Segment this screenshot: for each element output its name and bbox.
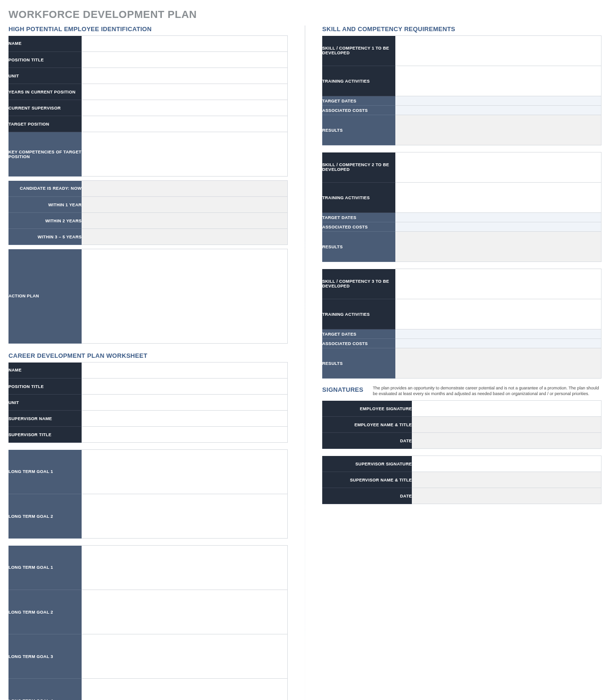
input-key-competencies[interactable] (82, 132, 288, 177)
input-res1[interactable] (395, 115, 602, 145)
input-sup-sig[interactable] (412, 456, 602, 472)
label-years-in-position: YEARS IN CURRENT POSITION (8, 84, 82, 100)
input-ltg-a1[interactable] (82, 450, 288, 494)
label-ltg-b1: LONG TERM GOAL 1 (8, 546, 82, 590)
input-ta3[interactable] (395, 299, 602, 329)
input-ac1[interactable] (395, 106, 602, 115)
input-ltg-a2[interactable] (82, 494, 288, 539)
input-years-in-position[interactable] (82, 84, 288, 100)
label-ready-2y: WITHIN 2 YEARS (8, 213, 82, 229)
label-ltg-b3: LONG TERM GOAL 3 (8, 634, 82, 679)
signatures-heading: SIGNATURES (322, 386, 363, 393)
input-sc2[interactable] (395, 152, 602, 183)
input-emp-name[interactable] (412, 417, 602, 433)
label-sup-date: DATE (322, 488, 412, 504)
label-sc1: SKILL / COMPETENCY 1 TO BE DEVELOPED (322, 36, 395, 66)
input-ltg-b2[interactable] (82, 590, 288, 634)
label-sc2: SKILL / COMPETENCY 2 TO BE DEVELOPED (322, 152, 395, 183)
input-unit[interactable] (82, 68, 288, 84)
input-sup-name[interactable] (412, 472, 602, 488)
input-ltg-b3[interactable] (82, 634, 288, 679)
input-ready-2y[interactable] (82, 213, 288, 229)
label-ta1: TRAINING ACTIVITIES (322, 66, 395, 96)
high-potential-table: NAME POSITION TITLE UNIT YEARS IN CURREN… (8, 35, 288, 177)
label-position-title: POSITION TITLE (8, 52, 82, 68)
label-res2: RESULTS (322, 232, 395, 262)
input-ready-3-5y[interactable] (82, 229, 288, 245)
input-ltg-b1[interactable] (82, 546, 288, 590)
column-divider (305, 25, 305, 700)
right-column: SKILL AND COMPETENCY REQUIREMENTS SKILL … (322, 25, 602, 700)
label-emp-date: DATE (322, 433, 412, 449)
input-cd-unit[interactable] (82, 395, 288, 411)
label-key-competencies: KEY COMPETENCIES OF TARGET POSITION (8, 132, 82, 177)
input-ready-now[interactable] (82, 181, 288, 197)
label-ac1: ASSOCIATED COSTS (322, 106, 395, 115)
input-position-title[interactable] (82, 52, 288, 68)
label-ac3: ASSOCIATED COSTS (322, 339, 395, 348)
input-emp-date[interactable] (412, 433, 602, 449)
input-target-position[interactable] (82, 116, 288, 132)
high-potential-heading: HIGH POTENTIAL EMPLOYEE IDENTIFICATION (8, 25, 288, 33)
label-name: NAME (8, 36, 82, 52)
skill-block-3: SKILL / COMPETENCY 3 TO BE DEVELOPED TRA… (322, 269, 602, 379)
label-current-supervisor: CURRENT SUPERVISOR (8, 100, 82, 116)
label-target-position: TARGET POSITION (8, 116, 82, 132)
input-ltg-b4[interactable] (82, 679, 288, 700)
input-ready-1y[interactable] (82, 197, 288, 213)
input-action-plan[interactable] (82, 249, 288, 344)
label-cd-unit: UNIT (8, 395, 82, 411)
label-sup-name: SUPERVISOR NAME & TITLE (322, 472, 412, 488)
label-ready-1y: WITHIN 1 YEAR (8, 197, 82, 213)
page-title: WORKFORCE DEVELOPMENT PLAN (8, 8, 602, 21)
input-emp-sig[interactable] (412, 401, 602, 417)
label-td2: TARGET DATES (322, 213, 395, 222)
input-cd-supervisor-title[interactable] (82, 427, 288, 443)
input-td2[interactable] (395, 213, 602, 222)
skill-req-heading: SKILL AND COMPETENCY REQUIREMENTS (322, 25, 602, 33)
label-cd-name: NAME (8, 363, 82, 379)
label-ac2: ASSOCIATED COSTS (322, 222, 395, 232)
label-res3: RESULTS (322, 348, 395, 379)
label-emp-sig: EMPLOYEE SIGNATURE (322, 401, 412, 417)
action-plan-table: ACTION PLAN (8, 249, 288, 344)
input-ta2[interactable] (395, 183, 602, 213)
label-td3: TARGET DATES (322, 329, 395, 339)
input-ta1[interactable] (395, 66, 602, 96)
signatures-note: The plan provides an opportunity to demo… (373, 385, 602, 396)
input-cd-supervisor-name[interactable] (82, 411, 288, 427)
input-sc3[interactable] (395, 269, 602, 299)
input-current-supervisor[interactable] (82, 100, 288, 116)
long-term-goals-a: LONG TERM GOAL 1 LONG TERM GOAL 2 (8, 449, 288, 539)
label-ready-3-5y: WITHIN 3 – 5 YEARS (8, 229, 82, 245)
input-res3[interactable] (395, 348, 602, 379)
label-ready-now: CANDIDATE IS READY: NOW (8, 181, 82, 197)
label-sup-sig: SUPERVISOR SIGNATURE (322, 456, 412, 472)
label-action-plan: ACTION PLAN (8, 249, 82, 344)
skill-block-1: SKILL / COMPETENCY 1 TO BE DEVELOPED TRA… (322, 35, 602, 145)
label-sc3: SKILL / COMPETENCY 3 TO BE DEVELOPED (322, 269, 395, 299)
label-ta2: TRAINING ACTIVITIES (322, 183, 395, 213)
input-ac3[interactable] (395, 339, 602, 348)
input-cd-position-title[interactable] (82, 379, 288, 395)
input-ac2[interactable] (395, 222, 602, 232)
label-cd-position-title: POSITION TITLE (8, 379, 82, 395)
label-emp-name: EMPLOYEE NAME & TITLE (322, 417, 412, 433)
input-name[interactable] (82, 36, 288, 52)
label-td1: TARGET DATES (322, 96, 395, 106)
input-td3[interactable] (395, 329, 602, 339)
label-ltg-a2: LONG TERM GOAL 2 (8, 494, 82, 539)
input-cd-name[interactable] (82, 363, 288, 379)
label-ltg-b4: LONG TERM GOAL 4 (8, 679, 82, 700)
input-sup-date[interactable] (412, 488, 602, 504)
label-cd-supervisor-title: SUPERVISOR TITLE (8, 427, 82, 443)
label-ta3: TRAINING ACTIVITIES (322, 299, 395, 329)
supervisor-signature-table: SUPERVISOR SIGNATURE SUPERVISOR NAME & T… (322, 455, 602, 504)
input-res2[interactable] (395, 232, 602, 262)
label-ltg-a1: LONG TERM GOAL 1 (8, 450, 82, 494)
input-sc1[interactable] (395, 36, 602, 66)
readiness-table: CANDIDATE IS READY: NOW WITHIN 1 YEAR WI… (8, 180, 288, 245)
label-ltg-b2: LONG TERM GOAL 2 (8, 590, 82, 634)
skill-block-2: SKILL / COMPETENCY 2 TO BE DEVELOPED TRA… (322, 152, 602, 262)
input-td1[interactable] (395, 96, 602, 106)
